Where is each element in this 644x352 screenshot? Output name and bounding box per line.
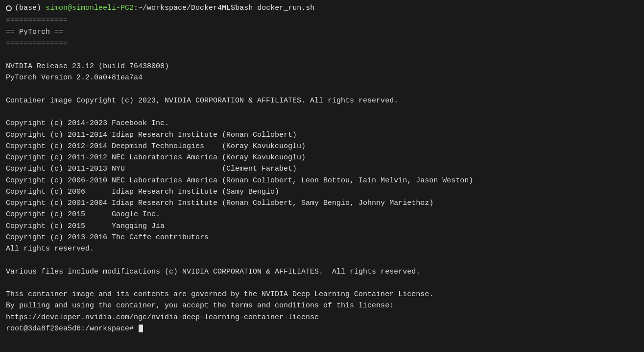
prompt-command: bash docker_run.sh (235, 4, 314, 12)
terminal-line: All rights reserved. (6, 243, 638, 254)
terminal: (base) simon@simonleeli-PC2 :~/workspace… (0, 0, 644, 352)
prompt-dollar: $ (231, 4, 235, 12)
prompt-user-host: simon@simonleeli-PC2 (46, 4, 134, 12)
prompt-line: (base) simon@simonleeli-PC2 :~/workspace… (6, 4, 638, 12)
prompt-circle-icon (6, 5, 12, 11)
terminal-line: == PyTorch == (6, 26, 638, 38)
terminal-line: root@3da8f20ea5d6:/workspace# (6, 323, 638, 334)
terminal-line: Copyright (c) 2015 Yangqing Jia (6, 221, 638, 232)
terminal-line: Copyright (c) 2015 Google Inc. (6, 209, 638, 220)
terminal-line: Copyright (c) 2011-2013 NYU (Clement Far… (6, 163, 638, 175)
terminal-line: ============== (6, 15, 638, 26)
terminal-line: Copyright (c) 2006-2010 NEC Laboratories… (6, 175, 638, 186)
terminal-line: Copyright (c) 2011-2012 NEC Laboratories… (6, 152, 638, 163)
terminal-line: Copyright (c) 2014-2023 Facebook Inc. (6, 118, 638, 129)
terminal-line: ============== (6, 38, 638, 50)
prompt-path: :~/workspace/Docker4ML (134, 4, 231, 12)
terminal-line: Various files include modifications (c) … (6, 266, 638, 277)
terminal-cursor (139, 325, 143, 332)
terminal-line (6, 50, 638, 61)
terminal-line: Copyright (c) 2001-2004 Idiap Research I… (6, 198, 638, 209)
terminal-line (6, 106, 638, 118)
terminal-output: ================ PyTorch ===============… (6, 15, 638, 334)
prompt-base-label: (base) (15, 4, 41, 12)
terminal-line: NVIDIA Release 23.12 (build 76438008) (6, 61, 638, 72)
terminal-line: Copyright (c) 2012-2014 Deepmind Technol… (6, 141, 638, 152)
terminal-line: By pulling and using the container, you … (6, 300, 638, 311)
terminal-line: PyTorch Version 2.2.0a0+81ea7a4 (6, 72, 638, 83)
terminal-line: This container image and its contents ar… (6, 289, 638, 300)
terminal-line: https://developer.nvidia.com/ngc/nvidia-… (6, 312, 638, 323)
prompt-space1 (41, 4, 46, 12)
terminal-line: Copyright (c) 2011-2014 Idiap Research I… (6, 129, 638, 141)
terminal-line (6, 84, 638, 95)
terminal-line (6, 254, 638, 266)
terminal-line: Copyright (c) 2006 Idiap Research Instit… (6, 186, 638, 198)
terminal-line: Copyright (c) 2013-2016 The Caffe contri… (6, 232, 638, 243)
terminal-line (6, 277, 638, 289)
terminal-line: Container image Copyright (c) 2023, NVID… (6, 95, 638, 106)
